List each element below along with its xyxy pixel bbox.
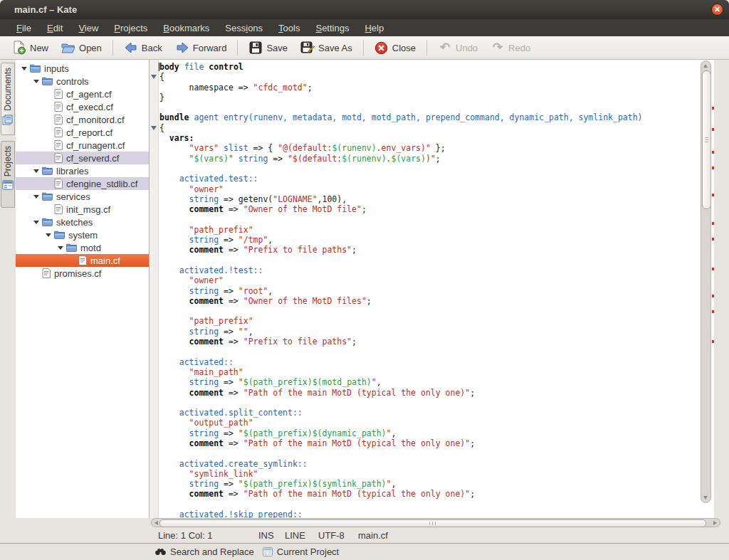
tree-item-cf_execd-cf[interactable]: cf_execd.cf <box>16 100 149 113</box>
tree-item-cf_serverd-cf[interactable]: cf_serverd.cf <box>16 152 149 164</box>
folder-icon <box>66 243 77 252</box>
toolbar-button-label: Close <box>392 43 416 53</box>
code-line: comment => "Owner of the MotD files"; <box>159 296 698 306</box>
status-line-col: Line: 1 Col: 1 <box>158 530 213 541</box>
code-line <box>159 500 698 509</box>
tree-item-label: inputs <box>44 63 69 74</box>
code-line: body file control <box>159 62 698 72</box>
expander-icon[interactable] <box>58 246 63 250</box>
scroll-mark <box>712 295 714 297</box>
status-selection-mode[interactable]: LINE <box>285 530 305 541</box>
expander-icon[interactable] <box>33 80 39 83</box>
code-lines[interactable]: body file control{ namespace => "cfdc_mo… <box>159 62 698 518</box>
tree-item-cf_runagent-cf[interactable]: cf_runagent.cf <box>16 139 149 152</box>
code-line: "vars" slist => { "@(default:$(runenv).e… <box>159 143 698 153</box>
toolbar-button-label: Save As <box>318 43 352 53</box>
menu-item-edit[interactable]: Edit <box>39 21 70 36</box>
tree-item-system[interactable]: system <box>16 228 149 241</box>
menu-item-view[interactable]: View <box>70 21 106 36</box>
toolbar-button-label: New <box>30 43 48 53</box>
folder-icon <box>42 192 53 201</box>
fold-marker-icon[interactable] <box>151 75 157 79</box>
code-line: activated.create_symlink:: <box>159 459 698 469</box>
code-line: "$(vars)" string => "$(default:$(runenv)… <box>159 154 698 164</box>
bottom-toolview-bar: Search and Replace Current Project <box>0 543 729 560</box>
menu-item-settings[interactable]: Settings <box>308 21 357 36</box>
file-icon <box>54 102 63 112</box>
scroll-mark <box>712 167 714 169</box>
open-button[interactable]: Open <box>55 38 108 57</box>
toolbar-button-label: Forward <box>193 43 227 53</box>
tree-item-main-cf[interactable]: main.cf <box>16 254 149 267</box>
expander-icon[interactable] <box>46 233 51 237</box>
scroll-right-icon[interactable] <box>713 521 717 525</box>
kate-window: { "window": { "title": "main.cf – Kate" … <box>0 0 729 560</box>
titlebar[interactable]: main.cf – Kate ✕ <box>0 0 729 19</box>
undo-icon: ↶ <box>438 41 452 55</box>
tree-item-cf_report-cf[interactable]: cf_report.cf <box>16 126 149 139</box>
tree-item-sketches[interactable]: sketches <box>16 216 149 228</box>
menu-item-tools[interactable]: Tools <box>271 21 308 36</box>
file-tree[interactable]: inputscontrolscf_agent.cfcf_execd.cfcf_m… <box>16 60 150 518</box>
code-line: namespace => "cfdc_motd"; <box>159 83 698 93</box>
open-icon <box>61 41 75 55</box>
fold-marker-icon[interactable] <box>151 126 157 130</box>
scroll-left-icon[interactable] <box>154 521 158 525</box>
redo-button[interactable]: ↷Redo <box>484 38 537 57</box>
status-encoding[interactable]: UTF-8 <box>318 530 345 541</box>
scroll-mark <box>712 194 714 196</box>
search-and-replace-button[interactable]: Search and Replace <box>155 546 254 557</box>
vertical-scrollbar-thumb[interactable] <box>702 70 711 209</box>
saveas-button[interactable]: Save As <box>294 38 359 57</box>
expander-icon[interactable] <box>33 221 39 224</box>
new-button[interactable]: New <box>6 38 55 57</box>
tree-item-cfengine_stdlib-cf[interactable]: cfengine_stdlib.cf <box>16 177 149 190</box>
expander-icon[interactable] <box>33 195 39 199</box>
back-button[interactable]: Back <box>117 38 169 57</box>
folder-icon <box>30 64 41 73</box>
scroll-mark <box>712 268 714 270</box>
save-button[interactable]: Save <box>242 38 294 57</box>
scroll-up-icon[interactable] <box>703 64 708 68</box>
tree-item-controls[interactable]: controls <box>16 75 149 88</box>
menu-item-file[interactable]: File <box>9 21 39 36</box>
forward-button[interactable]: Forward <box>169 38 234 57</box>
code-line: "symlink_link" <box>159 469 698 479</box>
toolbar-separator <box>426 40 427 56</box>
close-window-icon[interactable]: ✕ <box>711 4 723 16</box>
documents-icon <box>2 115 14 125</box>
code-line <box>159 398 698 408</box>
menu-item-sessions[interactable]: Sessions <box>217 21 271 36</box>
code-line <box>159 448 698 458</box>
horizontal-scrollbar[interactable] <box>151 518 720 527</box>
menu-item-projects[interactable]: Projects <box>106 21 155 36</box>
menu-item-bookmarks[interactable]: Bookmarks <box>155 21 217 36</box>
scroll-mark <box>712 128 714 131</box>
tree-item-cf_agent-cf[interactable]: cf_agent.cf <box>16 88 149 100</box>
expander-icon[interactable] <box>21 67 27 70</box>
status-insert-mode[interactable]: INS <box>258 530 274 541</box>
sidebar-tab-documents[interactable]: Documents <box>1 63 15 135</box>
file-icon <box>54 153 63 163</box>
tree-item-motd[interactable]: motd <box>16 241 149 254</box>
tree-item-cf_monitord-cf[interactable]: cf_monitord.cf <box>16 113 149 126</box>
scroll-down-icon[interactable] <box>703 496 708 500</box>
tree-item-libraries[interactable]: libraries <box>16 164 149 177</box>
tree-item-promises-cf[interactable]: promises.cf <box>16 267 149 280</box>
file-icon <box>78 255 87 265</box>
tree-item-inputs[interactable]: inputs <box>16 62 149 75</box>
vertical-scrollbar[interactable] <box>701 60 711 503</box>
sidebar-tab-projects[interactable]: Projects <box>1 141 15 208</box>
main-content: DocumentsProjects inputscontrolscf_agent… <box>0 60 729 518</box>
current-project-label: Current Project <box>277 546 339 557</box>
tree-item-services[interactable]: services <box>16 190 149 203</box>
close-button[interactable]: Close <box>368 38 422 57</box>
menu-item-help[interactable]: Help <box>357 21 392 36</box>
expander-icon[interactable] <box>33 169 39 173</box>
code-editor[interactable]: body file control{ namespace => "cfdc_mo… <box>150 60 714 518</box>
current-project-button[interactable]: Current Project <box>263 546 339 557</box>
tree-item-init_msg-cf[interactable]: init_msg.cf <box>16 203 149 216</box>
undo-button[interactable]: ↶Undo <box>431 38 484 57</box>
code-line: activated.!test:: <box>159 265 698 275</box>
horizontal-scrollbar-thumb[interactable] <box>159 519 706 527</box>
